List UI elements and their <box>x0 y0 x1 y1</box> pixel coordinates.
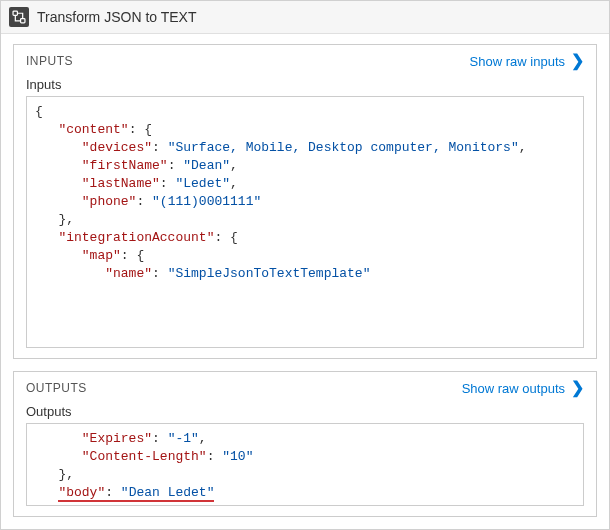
window-title: Transform JSON to TEXT <box>37 9 196 25</box>
app-window: Transform JSON to TEXT INPUTS Show raw i… <box>0 0 610 530</box>
body-area: INPUTS Show raw inputs ❯ Inputs { "conte… <box>1 34 609 529</box>
outputs-header: OUTPUTS Show raw outputs ❯ <box>14 372 596 404</box>
outputs-json-text: "Expires": "-1", "Content-Length": "10" … <box>35 430 575 505</box>
title-bar: Transform JSON to TEXT <box>1 1 609 34</box>
inputs-scroll-area[interactable]: { "content": { "devices": "Surface, Mobi… <box>27 97 583 347</box>
svg-rect-0 <box>13 11 17 15</box>
inputs-codebox: { "content": { "devices": "Surface, Mobi… <box>26 96 584 348</box>
outputs-panel: OUTPUTS Show raw outputs ❯ Outputs "Expi… <box>13 371 597 517</box>
inputs-panel: INPUTS Show raw inputs ❯ Inputs { "conte… <box>13 44 597 359</box>
chevron-right-icon: ❯ <box>571 380 584 396</box>
inputs-header: INPUTS Show raw inputs ❯ <box>14 45 596 77</box>
svg-rect-1 <box>21 19 25 23</box>
show-raw-inputs-link[interactable]: Show raw inputs ❯ <box>470 53 584 69</box>
show-raw-outputs-link[interactable]: Show raw outputs ❯ <box>462 380 584 396</box>
chevron-right-icon: ❯ <box>571 53 584 69</box>
show-raw-outputs-label: Show raw outputs <box>462 381 565 396</box>
transform-icon <box>9 7 29 27</box>
outputs-section-label: OUTPUTS <box>26 381 87 395</box>
inputs-section-label: INPUTS <box>26 54 73 68</box>
outputs-sub-label: Outputs <box>14 404 596 423</box>
inputs-json-text: { "content": { "devices": "Surface, Mobi… <box>35 103 575 283</box>
outputs-scroll-area[interactable]: "Expires": "-1", "Content-Length": "10" … <box>27 424 583 505</box>
show-raw-inputs-label: Show raw inputs <box>470 54 565 69</box>
outputs-codebox: "Expires": "-1", "Content-Length": "10" … <box>26 423 584 506</box>
inputs-sub-label: Inputs <box>14 77 596 96</box>
